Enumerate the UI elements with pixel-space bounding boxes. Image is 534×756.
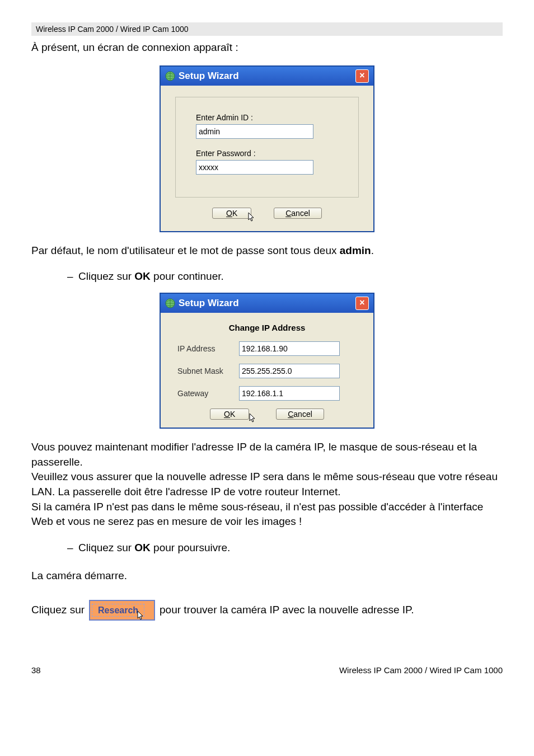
dialog1-titlebar: Setup Wizard × xyxy=(161,67,373,86)
dialog1-title: Setup Wizard xyxy=(179,71,239,82)
bullet-click-ok-continue: – Cliquez sur OK pour continuer. xyxy=(67,270,503,283)
password-label: Enter Password : xyxy=(196,149,346,158)
ok-button[interactable]: OK xyxy=(212,208,251,219)
password-field[interactable] xyxy=(196,160,313,175)
research-button[interactable]: Research xyxy=(89,600,155,621)
page-number: 38 xyxy=(31,665,41,675)
click-on-suffix: pour trouver la caméra IP avec la nouvel… xyxy=(160,603,414,618)
warning-subnet-text: Si la caméra IP n'est pas dans le même s… xyxy=(31,500,503,529)
cursor-icon xyxy=(137,611,145,621)
setup-wizard-login-dialog: Setup Wizard × Enter Admin ID : Enter Pa… xyxy=(160,65,374,232)
gateway-label: Gateway xyxy=(177,389,233,398)
change-ip-heading: Change IP Address xyxy=(177,323,357,332)
cancel-button[interactable]: Cancel xyxy=(276,408,324,420)
subnet-mask-field[interactable] xyxy=(239,364,340,378)
globe-icon xyxy=(165,298,175,308)
header-product-line: Wireless IP Cam 2000 / Wired IP Cam 1000 xyxy=(31,22,503,36)
gateway-field[interactable] xyxy=(239,386,340,401)
camera-start-text: La caméra démarre. xyxy=(31,569,503,584)
intro-line: À présent, un écran de connexion apparaî… xyxy=(31,40,503,55)
subnet-mask-label: Subnet Mask xyxy=(177,367,233,375)
footer-product-line: Wireless IP Cam 2000 / Wired IP Cam 1000 xyxy=(339,665,503,675)
dialog2-title: Setup Wizard xyxy=(179,298,239,309)
cancel-button[interactable]: Cancel xyxy=(274,208,322,219)
close-icon[interactable]: × xyxy=(355,69,369,83)
same-subnet-text: Veuillez vous assurer que la nouvelle ad… xyxy=(31,469,503,499)
bullet-click-ok-proceed: – Cliquez sur OK pour poursuivre. xyxy=(67,542,503,554)
admin-id-field[interactable] xyxy=(196,124,313,139)
click-on-prefix: Cliquez sur xyxy=(31,603,85,618)
ok-button[interactable]: OK xyxy=(210,408,249,420)
setup-wizard-ip-dialog: Setup Wizard × Change IP Address IP Addr… xyxy=(160,293,374,429)
admin-id-label: Enter Admin ID : xyxy=(196,113,346,122)
default-credentials-text: Par défaut, le nom d'utilisateur et le m… xyxy=(31,243,503,259)
close-icon[interactable]: × xyxy=(355,297,369,310)
modify-ip-text: Vous pouvez maintenant modifier l'adress… xyxy=(31,440,503,469)
login-panel: Enter Admin ID : Enter Password : xyxy=(175,97,359,198)
ip-address-field[interactable] xyxy=(239,341,340,356)
dialog2-titlebar: Setup Wizard × xyxy=(161,294,373,313)
ip-address-label: IP Address xyxy=(177,344,233,353)
globe-icon xyxy=(165,71,175,81)
research-button-label: Research xyxy=(98,605,138,615)
cursor-icon xyxy=(249,413,257,423)
